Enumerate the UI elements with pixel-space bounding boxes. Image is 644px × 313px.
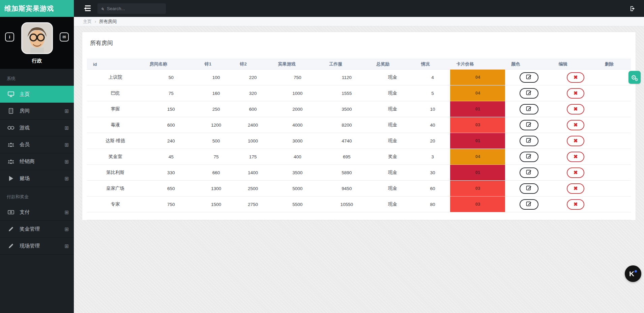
- table-row: 巴统7516032010001555现金504✖: [87, 85, 631, 101]
- k-badge-label: K: [629, 270, 634, 278]
- value-cell: 1000: [272, 85, 323, 101]
- card-price-cell: 01: [450, 165, 505, 181]
- delete-button[interactable]: ✖: [567, 167, 584, 178]
- delete-button[interactable]: ✖: [567, 72, 584, 83]
- value-cell: 2400: [234, 117, 272, 133]
- edit-button[interactable]: [520, 72, 538, 83]
- expand-plus-icon[interactable]: ⊞: [64, 142, 69, 147]
- value-cell: 1500: [199, 197, 234, 212]
- search-icon: ⌕: [101, 6, 104, 11]
- edit-cell: [505, 101, 552, 117]
- edit-button[interactable]: [520, 167, 538, 178]
- room-name-cell: 皇家广场: [87, 181, 144, 197]
- value-cell: 30: [415, 165, 450, 181]
- value-cell: 220: [234, 70, 272, 85]
- edit-button[interactable]: [520, 136, 538, 146]
- breadcrumb-current: 所有房间: [99, 19, 117, 25]
- sidebar-item-房间[interactable]: 房间⊞: [0, 103, 74, 120]
- value-cell: 750: [272, 70, 323, 85]
- card-price-badge: 03: [450, 181, 505, 196]
- expand-plus-icon[interactable]: ⊞: [64, 210, 69, 215]
- card-price-cell: 03: [450, 181, 505, 197]
- profile-panel: i ✉ 行政: [0, 17, 74, 69]
- value-cell: 现金: [370, 197, 415, 212]
- delete-button[interactable]: ✖: [567, 88, 584, 99]
- breadcrumb-separator-icon: ›: [95, 19, 96, 24]
- edit-icon: [526, 106, 532, 112]
- card-price-cell: 03: [450, 117, 505, 133]
- delete-x-icon: ✖: [574, 169, 578, 176]
- sidebar-item-经销商[interactable]: 经销商⊞: [0, 153, 74, 170]
- value-cell: 1555: [323, 85, 370, 101]
- sidebar-item-label: 支付: [20, 209, 30, 215]
- sidebar-toggle-icon[interactable]: [83, 5, 91, 11]
- rooms-card: 所有房间 id房间名称锌1锌2宾果游戏工作服总奖励情况卡片价格颜色编辑删除 上议…: [82, 32, 636, 220]
- card-price-cell: 03: [450, 197, 505, 212]
- room-name-cell: 专家: [87, 197, 144, 212]
- sidebar-item-label: 奖金管理: [20, 226, 40, 232]
- pencil-icon: [7, 243, 14, 249]
- table-row: 奖金室4575175400695奖金304✖: [87, 149, 631, 165]
- delete-button[interactable]: ✖: [567, 152, 584, 162]
- edit-button[interactable]: [520, 152, 538, 162]
- sidebar-item-奖金管理[interactable]: 奖金管理⊞: [0, 221, 74, 238]
- column-header-工作服: 工作服: [323, 59, 370, 70]
- value-cell: 80: [415, 197, 450, 212]
- play-icon: [7, 176, 14, 181]
- value-cell: 175: [234, 149, 272, 165]
- edit-button[interactable]: [520, 183, 538, 194]
- expand-plus-icon[interactable]: ⊞: [64, 108, 69, 113]
- expand-plus-icon[interactable]: ⊞: [64, 125, 69, 130]
- edit-button[interactable]: [520, 88, 538, 99]
- edit-button[interactable]: [520, 104, 538, 114]
- card-price-cell: 04: [450, 70, 505, 85]
- edit-button[interactable]: [520, 120, 538, 130]
- value-cell: 3: [415, 149, 450, 165]
- delete-button[interactable]: ✖: [567, 120, 584, 130]
- value-cell: 160: [199, 85, 234, 101]
- mail-icon[interactable]: ✉: [60, 32, 69, 42]
- value-cell: 150: [144, 101, 199, 117]
- value-cell: 2000: [272, 101, 323, 117]
- edit-cell: [505, 85, 552, 101]
- sidebar-item-主页[interactable]: 主页: [0, 86, 74, 103]
- card-price-badge: 03: [450, 197, 505, 212]
- page-title: 所有房间: [87, 36, 631, 47]
- search-input[interactable]: [107, 6, 157, 11]
- rooms-table: id房间名称锌1锌2宾果游戏工作服总奖励情况卡片价格颜色编辑删除 上议院5010…: [87, 59, 631, 220]
- sidebar-item-游戏[interactable]: 游戏⊞: [0, 120, 74, 136]
- delete-button[interactable]: ✖: [567, 199, 584, 210]
- expand-plus-icon[interactable]: ⊞: [64, 176, 69, 181]
- column-header-编辑: 编辑: [553, 59, 599, 70]
- sidebar-item-支付[interactable]: 支付⊞: [0, 204, 74, 221]
- info-icon[interactable]: i: [5, 32, 14, 42]
- value-cell: 400: [272, 149, 323, 165]
- logout-icon[interactable]: [630, 5, 636, 12]
- expand-plus-icon[interactable]: ⊞: [64, 227, 69, 232]
- card-price-badge: 03: [450, 117, 505, 133]
- users-icon: [7, 142, 14, 147]
- sidebar-item-赌场[interactable]: 赌场⊞: [0, 170, 74, 187]
- edit-cell: [505, 165, 552, 181]
- expand-plus-icon[interactable]: ⊞: [64, 243, 69, 249]
- delete-x-icon: ✖: [574, 138, 578, 144]
- sidebar-item-现场管理[interactable]: 现场管理⊞: [0, 238, 74, 255]
- value-cell: 600: [234, 101, 272, 117]
- column-header-卡片价格: 卡片价格: [450, 59, 505, 70]
- topbar: ⌕: [74, 0, 644, 17]
- delete-button[interactable]: ✖: [567, 104, 584, 114]
- breadcrumb-home[interactable]: 主页: [83, 19, 92, 25]
- expand-plus-icon[interactable]: ⊞: [64, 159, 69, 164]
- k-brand-badge[interactable]: K: [625, 265, 641, 282]
- settings-panel-button[interactable]: ⚙ ⚙: [628, 71, 641, 84]
- search-box[interactable]: ⌕: [97, 3, 166, 14]
- card-price-cell: 01: [450, 101, 505, 117]
- delete-button[interactable]: ✖: [567, 183, 584, 194]
- sidebar-item-会员[interactable]: 会员⊞: [0, 136, 74, 153]
- delete-cell: ✖: [553, 197, 599, 212]
- edit-button[interactable]: [520, 199, 538, 210]
- delete-button[interactable]: ✖: [567, 136, 584, 146]
- delete-x-icon: ✖: [574, 106, 578, 112]
- edit-cell: [505, 149, 552, 165]
- table-row: 第比利斯330660140035005890现金3001✖: [87, 165, 631, 181]
